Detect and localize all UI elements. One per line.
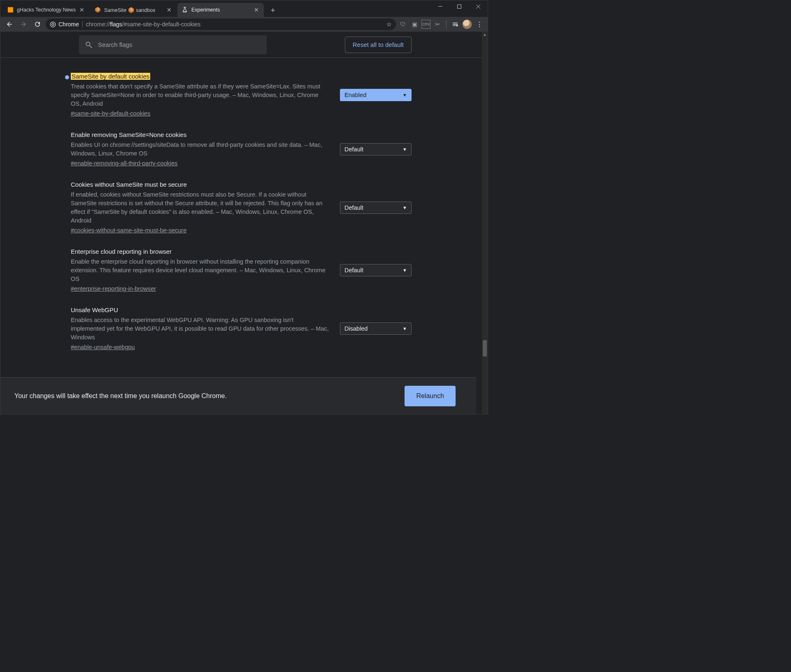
chrome-icon — [50, 21, 56, 28]
titlebar: 🟧 gHacks Technology News ✕ 🍪 SameSite 🍪 … — [0, 0, 488, 17]
minimize-button[interactable] — [431, 0, 450, 13]
flag-select-wrap: Enabled▼ — [340, 89, 412, 101]
omnibox-separator — [82, 21, 83, 28]
flag-anchor-link[interactable]: #enterprise-reporting-in-browser — [71, 285, 156, 292]
flag-state-select[interactable]: Enabled▼ — [340, 89, 412, 101]
flag-anchor-link[interactable]: #cookies-without-same-site-must-be-secur… — [71, 227, 186, 234]
flag-row: Cookies without SameSite must be secureI… — [71, 176, 412, 243]
media-control-icon[interactable] — [451, 20, 460, 29]
tab-samesite-sandbox[interactable]: 🍪 SameSite 🍪 sandbox ✕ — [90, 3, 177, 17]
flag-description: Enable the enterprise cloud reporting in… — [71, 257, 329, 283]
scrollbar-thumb[interactable] — [483, 340, 487, 357]
flag-title: SameSite by default cookies — [71, 73, 150, 80]
flag-title: Unsafe WebGPU — [71, 306, 118, 313]
flag-select-wrap: Default▼ — [340, 202, 412, 214]
vertical-scrollbar[interactable]: ▲ — [482, 32, 488, 414]
chrome-chip: Chrome — [50, 21, 79, 28]
flag-anchor-link[interactable]: #enable-unsafe-webgpu — [71, 344, 135, 350]
modified-dot-icon — [65, 75, 69, 79]
chevron-down-icon: ▼ — [402, 326, 407, 331]
flag-description: Enables access to the experimental WebGP… — [71, 316, 329, 342]
flag-body: Enable removing SameSite=None cookiesEna… — [71, 131, 333, 167]
maximize-button[interactable] — [450, 0, 469, 13]
flag-row: Unsafe WebGPUEnables access to the exper… — [71, 301, 412, 360]
back-button[interactable] — [4, 19, 15, 30]
scroll-up-arrow-icon[interactable]: ▲ — [482, 32, 488, 37]
search-flags-input[interactable] — [98, 41, 261, 48]
flag-row: SameSite by default cookiesTreat cookies… — [71, 68, 412, 126]
extension-box-icon[interactable]: ▣ — [410, 20, 419, 29]
relaunch-message: Your changes will take effect the next t… — [14, 392, 227, 400]
svg-rect-0 — [438, 6, 442, 7]
tab-experiments[interactable]: Experiments ✕ — [177, 3, 264, 17]
url-text: chrome://flags/#same-site-by-default-coo… — [86, 21, 383, 28]
flag-row: Enable removing SameSite=None cookiesEna… — [71, 126, 412, 176]
flag-body: Unsafe WebGPUEnables access to the exper… — [71, 306, 333, 351]
toolbar: Chrome chrome://flags/#same-site-by-defa… — [0, 17, 488, 32]
flag-title: Enterprise cloud reporting in browser — [71, 248, 172, 255]
browser-window: 🟧 gHacks Technology News ✕ 🍪 SameSite 🍪 … — [0, 0, 488, 415]
close-icon[interactable]: ✕ — [166, 7, 172, 13]
tab-label: gHacks Technology News — [17, 7, 79, 13]
flags-header: Reset all to default — [0, 32, 482, 58]
close-icon[interactable]: ✕ — [253, 7, 260, 13]
ghacks-favicon-icon: 🟧 — [7, 7, 14, 13]
flag-anchor-link[interactable]: #enable-removing-all-third-party-cookies — [71, 160, 178, 167]
reset-all-button[interactable]: Reset all to default — [345, 37, 412, 53]
kebab-menu-icon[interactable]: ⋮ — [475, 19, 484, 29]
flag-title: Cookies without SameSite must be secure — [71, 181, 187, 188]
flags-list: SameSite by default cookiesTreat cookies… — [0, 58, 482, 414]
window-controls — [431, 0, 488, 17]
flag-body: Cookies without SameSite must be secureI… — [71, 181, 333, 234]
svg-rect-1 — [458, 5, 461, 9]
flag-state-select[interactable]: Disabled▼ — [340, 322, 412, 335]
flask-favicon-icon — [181, 7, 188, 13]
tab-ghacks[interactable]: 🟧 gHacks Technology News ✕ — [3, 3, 89, 17]
flag-row: Enterprise cloud reporting in browserEna… — [71, 243, 412, 301]
svg-point-3 — [52, 23, 54, 25]
flag-state-value: Disabled — [344, 325, 368, 332]
reload-button[interactable] — [32, 19, 43, 30]
flag-anchor-link[interactable]: #same-site-by-default-cookies — [71, 110, 150, 117]
forward-button[interactable] — [18, 19, 29, 30]
flag-description: Enables UI on chrome://settings/siteData… — [71, 141, 329, 158]
flag-body: Enterprise cloud reporting in browserEna… — [71, 248, 333, 292]
flag-state-value: Enabled — [344, 92, 366, 98]
ublock-icon[interactable]: 🛡 — [398, 20, 407, 29]
flag-title: Enable removing SameSite=None cookies — [71, 131, 186, 138]
new-tab-button[interactable]: ＋ — [267, 4, 279, 16]
search-flags-box[interactable] — [79, 35, 267, 54]
flag-state-value: Default — [344, 267, 363, 273]
extension-icons: 🛡 ▣ CRX ✂ ⋮ — [398, 19, 484, 29]
cookie-favicon-icon: 🍪 — [94, 7, 101, 13]
scissors-icon[interactable]: ✂ — [433, 20, 442, 29]
chevron-down-icon: ▼ — [402, 205, 407, 210]
svg-point-2 — [50, 22, 56, 27]
flag-state-value: Default — [344, 204, 363, 211]
toolbar-separator — [446, 20, 447, 28]
address-bar[interactable]: Chrome chrome://flags/#same-site-by-defa… — [46, 19, 396, 30]
relaunch-banner: Your changes will take effect the next t… — [0, 377, 476, 414]
flag-description: Treat cookies that don't specify a SameS… — [71, 82, 329, 108]
chrome-chip-label: Chrome — [58, 21, 79, 28]
search-icon — [85, 41, 93, 49]
flag-select-wrap: Disabled▼ — [340, 322, 412, 335]
profile-avatar[interactable] — [462, 19, 472, 29]
crx-icon[interactable]: CRX — [421, 20, 430, 29]
chevron-down-icon: ▼ — [402, 93, 407, 97]
flag-select-wrap: Default▼ — [340, 143, 412, 155]
flag-state-select[interactable]: Default▼ — [340, 202, 412, 214]
close-window-button[interactable] — [469, 0, 488, 13]
flag-description: If enabled, cookies without SameSite res… — [71, 190, 329, 225]
flag-body: SameSite by default cookiesTreat cookies… — [71, 73, 333, 117]
chevron-down-icon: ▼ — [402, 268, 407, 273]
flag-state-select[interactable]: Default▼ — [340, 264, 412, 276]
tabstrip: 🟧 gHacks Technology News ✕ 🍪 SameSite 🍪 … — [0, 0, 431, 17]
close-icon[interactable]: ✕ — [79, 7, 85, 13]
relaunch-button[interactable]: Relaunch — [405, 386, 456, 406]
flag-state-value: Default — [344, 146, 363, 153]
bookmark-star-icon[interactable]: ☆ — [386, 21, 392, 28]
flag-state-select[interactable]: Default▼ — [340, 143, 412, 155]
page-viewport: Reset all to default SameSite by default… — [0, 32, 482, 414]
chevron-down-icon: ▼ — [402, 147, 407, 152]
